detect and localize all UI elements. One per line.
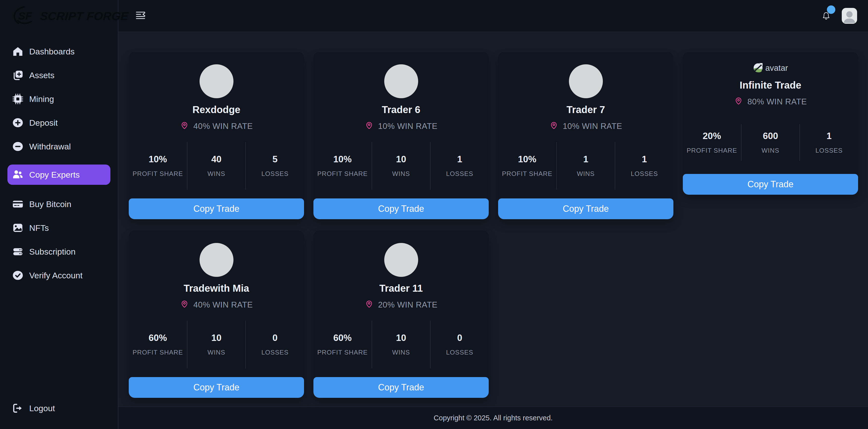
stat-value: 10% (518, 154, 536, 165)
stat-wins: 10 WINS (372, 321, 430, 368)
location-pin-icon (180, 299, 189, 310)
trader-stats: 60% PROFIT SHARE 10 WINS 0 LOSSES (313, 321, 489, 368)
stat-profit-share: 10% PROFIT SHARE (129, 142, 187, 190)
card-header: Trader 11 20% WIN RATE (313, 231, 489, 310)
sidebar-item-label: NFTs (29, 223, 49, 233)
win-rate-text: 80% WIN RATE (747, 97, 807, 106)
copy-trade-button[interactable]: Copy Trade (313, 198, 489, 219)
stat-value: 60% (149, 333, 167, 343)
stat-label: WINS (208, 349, 225, 356)
stat-value: 600 (763, 131, 778, 141)
copy-trade-button[interactable]: Copy Trade (498, 198, 673, 219)
brand-name: SCRIPT FORGE (40, 9, 129, 23)
main-content: Rexdodge 40% WIN RATE 10% PROFIT SHARE (118, 32, 868, 406)
stat-value: 10 (396, 154, 406, 165)
sidebar-item-assets[interactable]: Assets (0, 63, 118, 87)
notifications-button[interactable] (823, 11, 830, 20)
stat-value: 10 (396, 333, 406, 343)
stat-profit-share: 20% PROFIT SHARE (683, 124, 741, 161)
trader-card-rexdodge: Rexdodge 40% WIN RATE 10% PROFIT SHARE (129, 52, 304, 219)
card-header: Rexdodge 40% WIN RATE (129, 52, 304, 132)
trader-avatar-placeholder (384, 243, 418, 277)
stat-wins: 1 WINS (556, 142, 615, 190)
stat-label: PROFIT SHARE (133, 170, 183, 178)
win-rate-row: 10% WIN RATE (365, 121, 437, 132)
trader-name: Rexdodge (192, 104, 240, 115)
sidebar-item-deposit[interactable]: Deposit (0, 111, 118, 135)
stat-profit-share: 10% PROFIT SHARE (498, 142, 556, 190)
stat-profit-share: 60% PROFIT SHARE (313, 321, 372, 368)
trader-card-infinite-trade: avatar Infinite Trade 80% WIN RATE (683, 52, 858, 195)
stat-wins: 10 WINS (187, 321, 246, 368)
trader-name: Trader 11 (379, 283, 423, 294)
win-rate-row: 20% WIN RATE (365, 299, 437, 310)
brand-logo[interactable]: SF SCRIPT FORGE (0, 0, 118, 32)
copy-trade-button[interactable]: Copy Trade (313, 377, 489, 398)
image-icon (12, 222, 24, 234)
card-header: Tradewith Mia 40% WIN RATE (129, 231, 304, 310)
sidebar-item-label: Assets (29, 70, 55, 80)
stat-label: PROFIT SHARE (502, 170, 553, 178)
location-pin-icon (365, 299, 374, 310)
card-header: avatar Infinite Trade 80% WIN RATE (683, 52, 858, 107)
copy-trade-button[interactable]: Copy Trade (129, 198, 304, 219)
minus-circle-icon (12, 140, 24, 153)
stat-value: 1 (583, 154, 588, 165)
sidebar-nav: Dashboards Assets (0, 40, 118, 429)
svg-text:SF: SF (18, 10, 32, 22)
copyright-text: Copyright © 2025. All rights reserved. (434, 414, 553, 422)
copy-trade-button[interactable]: Copy Trade (683, 174, 858, 195)
trader-card-trader-7: Trader 7 10% WIN RATE 10% PROFIT SHARE (498, 52, 673, 219)
stat-wins: 600 WINS (741, 124, 800, 161)
menu-collapse-icon[interactable] (136, 11, 149, 20)
stat-label: LOSSES (261, 349, 289, 356)
location-pin-icon (365, 121, 374, 132)
stat-label: WINS (208, 170, 225, 178)
sidebar-item-copy-experts[interactable]: Copy Experts (7, 165, 111, 185)
stat-label: PROFIT SHARE (317, 349, 368, 356)
sidebar-item-subscription[interactable]: Subscription (0, 240, 118, 263)
cards-column-4: Copy Trade (683, 32, 858, 195)
trader-stats: 10% PROFIT SHARE 1 WINS 1 LOSSES (498, 142, 673, 190)
sidebar-item-label: Withdrawal (29, 142, 71, 152)
win-rate-text: 20% WIN RATE (378, 300, 437, 309)
sidebar-item-buy-bitcoin[interactable]: Buy Bitcoin (0, 192, 118, 216)
stat-profit-share: 60% PROFIT SHARE (129, 321, 187, 368)
sidebar-item-withdrawal[interactable]: Withdrawal (0, 135, 118, 158)
cards-column-1: Rexdodge 40% WIN RATE 10% PROFIT SHARE (129, 52, 304, 398)
chip-icon (12, 93, 24, 105)
trader-avatar-placeholder (384, 64, 418, 98)
topbar (118, 0, 868, 32)
trader-name: Trader 7 (566, 104, 605, 115)
stat-losses: 1 LOSSES (615, 142, 673, 190)
sidebar-item-dashboards[interactable]: Dashboards (0, 40, 118, 63)
sidebar-item-label: Buy Bitcoin (29, 199, 71, 209)
sidebar-item-label: Subscription (29, 247, 75, 257)
sidebar-item-verify-account[interactable]: Verify Account (0, 263, 118, 287)
sidebar-item-logout[interactable]: Logout (0, 396, 118, 420)
stat-value: 10 (211, 333, 221, 343)
sidebar-item-nfts[interactable]: NFTs (0, 216, 118, 240)
logout-icon (12, 402, 24, 414)
sidebar-item-mining[interactable]: Mining (0, 87, 118, 111)
stat-profit-share: 10% PROFIT SHARE (313, 142, 372, 190)
stat-label: PROFIT SHARE (133, 349, 183, 356)
stat-wins: 40 WINS (187, 142, 246, 190)
trader-card-tradewith-mia: Tradewith Mia 40% WIN RATE 60% PROFIT SH (129, 231, 304, 398)
broken-avatar: avatar (753, 62, 788, 74)
stat-losses: 0 LOSSES (430, 321, 489, 368)
app-window: SF SCRIPT FORGE Dashboards (0, 0, 868, 429)
copy-trade-button[interactable]: Copy Trade (129, 377, 304, 398)
location-pin-icon (180, 121, 189, 132)
win-rate-row: 10% WIN RATE (549, 121, 622, 132)
stat-value: 40 (211, 154, 221, 165)
broken-image-icon (753, 62, 764, 74)
location-pin-icon (549, 121, 558, 132)
win-rate-row: 40% WIN RATE (180, 121, 253, 132)
trader-name: Tradewith Mia (184, 283, 249, 294)
card-header: Trader 6 10% WIN RATE (313, 52, 489, 132)
trader-card-trader-11: Trader 11 20% WIN RATE 60% PROFIT SHARE (313, 231, 489, 398)
user-avatar[interactable] (842, 8, 857, 24)
stat-label: WINS (577, 170, 595, 178)
stat-value: 1 (457, 154, 462, 165)
